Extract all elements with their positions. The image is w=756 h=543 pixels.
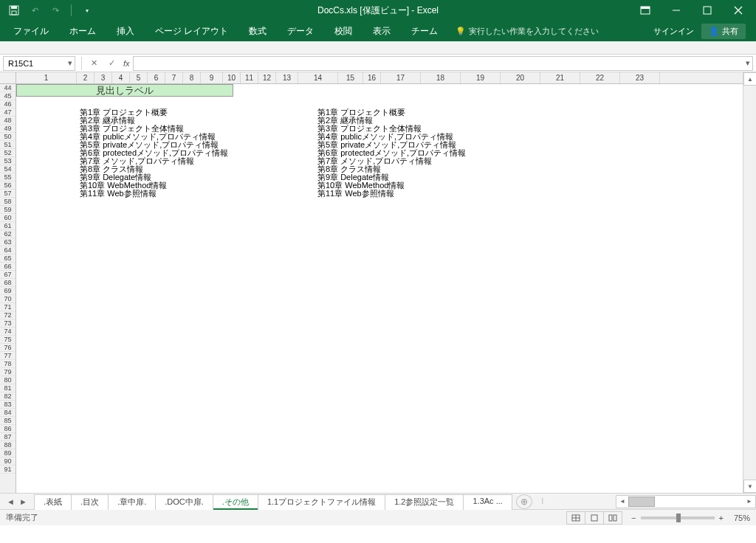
sheet-tab[interactable]: 1.3Ac ... bbox=[463, 494, 512, 510]
row-header[interactable]: 90 bbox=[0, 457, 16, 466]
row-header[interactable]: 46 bbox=[0, 100, 16, 108]
row-header[interactable]: 76 bbox=[0, 344, 16, 352]
col-header[interactable]: 15 bbox=[338, 72, 363, 83]
col-header[interactable]: 7 bbox=[165, 72, 183, 83]
minimize-button[interactable] bbox=[662, 1, 691, 20]
chapter-row[interactable]: 第11章 Web参照情報 bbox=[80, 190, 228, 198]
row-header[interactable]: 77 bbox=[0, 352, 16, 360]
row-header[interactable]: 65 bbox=[0, 255, 16, 263]
row-header[interactable]: 44 bbox=[0, 84, 16, 92]
row-headers[interactable]: 4445464748495051525354555657585960616263… bbox=[0, 84, 16, 493]
col-header[interactable]: 22 bbox=[580, 72, 620, 83]
maximize-button[interactable] bbox=[693, 1, 722, 20]
row-header[interactable]: 73 bbox=[0, 319, 16, 328]
row-header[interactable]: 59 bbox=[0, 206, 16, 214]
col-header[interactable]: 4 bbox=[112, 72, 130, 83]
tab-file[interactable]: ファイル bbox=[4, 22, 58, 41]
page-break-view-button[interactable] bbox=[603, 511, 622, 525]
tab-view[interactable]: 表示 bbox=[364, 22, 399, 41]
name-box[interactable]: R15C1 ▾ bbox=[3, 56, 75, 71]
row-header[interactable]: 87 bbox=[0, 433, 16, 441]
row-header[interactable]: 88 bbox=[0, 441, 16, 449]
col-header[interactable]: 23 bbox=[620, 72, 660, 83]
tab-data[interactable]: データ bbox=[278, 22, 323, 41]
row-header[interactable]: 55 bbox=[0, 173, 16, 181]
zoom-slider[interactable] bbox=[641, 516, 715, 519]
row-header[interactable]: 84 bbox=[0, 409, 16, 417]
scroll-left-button[interactable]: ◄ bbox=[616, 496, 628, 508]
row-header[interactable]: 56 bbox=[0, 181, 16, 190]
page-layout-view-button[interactable] bbox=[585, 511, 604, 525]
col-header[interactable]: 5 bbox=[130, 72, 148, 83]
row-header[interactable]: 57 bbox=[0, 190, 16, 198]
tab-insert[interactable]: 挿入 bbox=[108, 22, 143, 41]
row-header[interactable]: 70 bbox=[0, 295, 16, 303]
scrollbar-thumb[interactable] bbox=[628, 497, 655, 507]
row-header[interactable]: 63 bbox=[0, 238, 16, 246]
new-sheet-button[interactable]: ⊕ bbox=[516, 494, 532, 509]
row-header[interactable]: 82 bbox=[0, 392, 16, 401]
col-header[interactable]: 10 bbox=[223, 72, 241, 83]
col-header[interactable]: 12 bbox=[258, 72, 276, 83]
row-header[interactable]: 69 bbox=[0, 287, 16, 295]
scroll-down-button[interactable]: ▼ bbox=[743, 480, 756, 493]
chapter-row[interactable]: 第11章 Web参照情報 bbox=[317, 190, 466, 198]
row-header[interactable]: 48 bbox=[0, 117, 16, 125]
fx-icon[interactable]: fx bbox=[123, 59, 130, 68]
undo-button[interactable]: ↶ bbox=[27, 2, 43, 18]
row-header[interactable]: 52 bbox=[0, 149, 16, 157]
col-header[interactable]: 6 bbox=[148, 72, 165, 83]
row-header[interactable]: 64 bbox=[0, 246, 16, 255]
row-header[interactable]: 54 bbox=[0, 165, 16, 173]
scroll-right-button[interactable]: ► bbox=[743, 496, 755, 508]
col-header[interactable]: 8 bbox=[183, 72, 201, 83]
col-header[interactable]: 20 bbox=[501, 72, 540, 83]
row-header[interactable]: 50 bbox=[0, 133, 16, 141]
row-header[interactable]: 75 bbox=[0, 336, 16, 344]
cell-grid[interactable]: 見出しラベル 第1章 プロジェクト概要第2章 継承情報第3章 プロジェクト全体情… bbox=[16, 84, 743, 493]
sheet-tab[interactable]: 1.2参照設定一覧 bbox=[385, 494, 464, 510]
tab-home[interactable]: ホーム bbox=[61, 22, 105, 41]
row-header[interactable]: 45 bbox=[0, 92, 16, 100]
row-header[interactable]: 49 bbox=[0, 125, 16, 133]
vertical-scrollbar[interactable]: ▲ ▼ bbox=[743, 72, 756, 493]
col-header[interactable]: 18 bbox=[421, 72, 461, 83]
row-header[interactable]: 53 bbox=[0, 157, 16, 165]
save-button[interactable] bbox=[6, 2, 22, 18]
enter-formula-button[interactable]: ✓ bbox=[103, 56, 120, 71]
qat-dropdown[interactable]: ▾ bbox=[79, 2, 95, 18]
heading-label-cell[interactable]: 見出しラベル bbox=[16, 84, 233, 97]
col-header[interactable]: 13 bbox=[276, 72, 298, 83]
col-header[interactable]: 1 bbox=[16, 72, 77, 83]
col-header[interactable]: 14 bbox=[298, 72, 338, 83]
ribbon-options-button[interactable] bbox=[630, 1, 660, 20]
row-header[interactable]: 68 bbox=[0, 279, 16, 287]
row-header[interactable]: 85 bbox=[0, 417, 16, 425]
col-header[interactable]: 9 bbox=[201, 72, 223, 83]
sign-in-link[interactable]: サインイン bbox=[653, 26, 694, 37]
row-header[interactable]: 86 bbox=[0, 425, 16, 433]
zoom-slider-thumb[interactable] bbox=[676, 513, 681, 522]
row-header[interactable]: 91 bbox=[0, 466, 16, 474]
row-header[interactable]: 72 bbox=[0, 311, 16, 319]
col-header[interactable]: 19 bbox=[461, 72, 501, 83]
col-header[interactable]: 17 bbox=[381, 72, 421, 83]
sheet-nav[interactable]: ◄► bbox=[0, 497, 34, 506]
cancel-formula-button[interactable]: ✕ bbox=[85, 56, 103, 71]
scroll-up-button[interactable]: ▲ bbox=[743, 72, 756, 86]
row-header[interactable]: 79 bbox=[0, 368, 16, 376]
col-header[interactable]: 16 bbox=[363, 72, 381, 83]
tell-me[interactable]: 💡 実行したい作業を入力してください bbox=[456, 26, 599, 37]
row-header[interactable]: 51 bbox=[0, 141, 16, 149]
sheet-tab[interactable]: .表紙 bbox=[34, 494, 72, 510]
tab-team[interactable]: チーム bbox=[402, 22, 447, 41]
column-headers[interactable]: 1234567891011121314151617181920212223 bbox=[16, 72, 743, 84]
col-header[interactable]: 21 bbox=[540, 72, 580, 83]
normal-view-button[interactable] bbox=[566, 511, 585, 525]
sheet-tab[interactable]: .その他 bbox=[213, 494, 258, 510]
zoom-level[interactable]: 75% bbox=[734, 513, 750, 522]
sheet-tab[interactable]: 1.1プロジェクトファイル情報 bbox=[258, 494, 385, 510]
select-all-corner[interactable] bbox=[0, 72, 16, 84]
col-header[interactable]: 11 bbox=[241, 72, 258, 83]
horizontal-scrollbar[interactable]: ◄ ► bbox=[616, 495, 756, 508]
